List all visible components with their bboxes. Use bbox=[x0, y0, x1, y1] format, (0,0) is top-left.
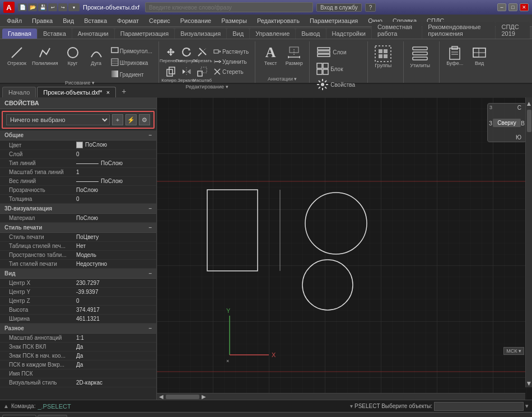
section-general[interactable]: Общие – bbox=[0, 130, 156, 140]
help-button[interactable]: ? bbox=[365, 3, 376, 12]
horizontal-scrollbar[interactable]: ◀ ▶ bbox=[157, 393, 525, 400]
tool-text[interactable]: A Текст bbox=[260, 44, 281, 67]
command-input[interactable] bbox=[73, 403, 347, 410]
tool-line[interactable]: Отрезок bbox=[6, 44, 28, 67]
scroll-right-button[interactable]: ▶ bbox=[202, 393, 206, 400]
qat-open[interactable]: 📂 bbox=[28, 3, 37, 11]
selection-settings-button[interactable]: ⚙ bbox=[139, 114, 150, 125]
menu-modify[interactable]: Редактировать bbox=[253, 16, 304, 25]
tool-circle[interactable]: Круг bbox=[62, 44, 83, 67]
compass-e: В bbox=[521, 120, 525, 126]
tool-gradient[interactable]: Градиент bbox=[109, 69, 154, 80]
scroll-up-button[interactable]: ▲ bbox=[526, 100, 532, 107]
tool-delete[interactable]: Стереть bbox=[212, 67, 250, 76]
tool-arc[interactable]: Дуга bbox=[86, 44, 107, 67]
tab-proxy-objects[interactable]: Прокси-объекты.dxf* × bbox=[37, 87, 116, 97]
tool-polyline[interactable]: Полилиния bbox=[30, 44, 60, 67]
prop-transparency: Прозрачность ПоСлою bbox=[0, 186, 156, 195]
service-login-button[interactable]: Вход в службу bbox=[316, 3, 362, 12]
svg-rect-3 bbox=[111, 59, 118, 65]
tab-insert[interactable]: Вставка bbox=[38, 29, 72, 39]
tool-properties[interactable]: Свойства bbox=[314, 77, 357, 92]
scroll-left-button[interactable]: ◀ bbox=[159, 393, 164, 400]
tab-viz[interactable]: Визуализация bbox=[175, 29, 226, 39]
cmd-expand-icon[interactable]: ▲ bbox=[3, 403, 9, 409]
tool-stretch[interactable]: Растянуть bbox=[212, 47, 250, 56]
menu-format[interactable]: Формат bbox=[113, 16, 143, 25]
cmd-dropdown-icon[interactable]: ▾ bbox=[525, 402, 529, 410]
tab-output[interactable]: Вывод bbox=[296, 29, 325, 39]
tool-hatch[interactable]: Штриховка bbox=[109, 58, 154, 68]
pselect-input[interactable] bbox=[434, 402, 524, 411]
menu-insert[interactable]: Вставка bbox=[80, 16, 111, 25]
properties-title: СВОЙСТВА bbox=[0, 97, 156, 109]
tool-rotate[interactable]: Повернуть bbox=[179, 46, 194, 64]
tool-layers[interactable]: Слои bbox=[314, 44, 348, 60]
ribbon-group-clipboard: Буфе... Вид bbox=[442, 41, 494, 83]
qat-new[interactable]: 📄 bbox=[18, 3, 27, 11]
tool-block[interactable]: Блок bbox=[314, 62, 344, 76]
add-to-selection-button[interactable]: + bbox=[112, 114, 123, 125]
close-button[interactable]: ✕ bbox=[520, 3, 529, 11]
navigation-cube[interactable]: С З В 3 Сверху Ю bbox=[487, 103, 526, 142]
menu-sizes[interactable]: Размеры bbox=[217, 16, 251, 25]
tab-layout1[interactable]: Лист1 bbox=[38, 415, 67, 417]
section-misc[interactable]: Разное – bbox=[0, 324, 156, 334]
menu-param[interactable]: Параметризация bbox=[305, 16, 362, 25]
tab-home[interactable]: Главная bbox=[2, 29, 37, 39]
menu-edit[interactable]: Правка bbox=[27, 16, 57, 25]
hscroll-thumb[interactable] bbox=[166, 395, 199, 399]
tool-extend[interactable]: Удлинить bbox=[212, 57, 250, 66]
section-3dviz[interactable]: 3D-визуализация – bbox=[0, 204, 156, 214]
section-view[interactable]: Вид – bbox=[0, 269, 156, 279]
tab-collab[interactable]: Совместная работа bbox=[372, 22, 422, 39]
nav-cube-top-button[interactable]: Сверху bbox=[493, 119, 520, 127]
qat-more[interactable]: ▾ bbox=[68, 3, 80, 11]
tool-clipboard[interactable]: Буфе... bbox=[444, 44, 465, 67]
section-print[interactable]: Стиль печати – bbox=[0, 223, 156, 233]
canvas-area[interactable]: X Y × С З В 3 Сверху Ю МСК ▾ ▲ ▼ ◀ ▶ bbox=[157, 97, 532, 400]
tab-addons[interactable]: Надстройки bbox=[326, 29, 371, 39]
tool-copy[interactable]: Копиро... bbox=[164, 65, 178, 84]
tool-groups[interactable]: Группы bbox=[372, 44, 394, 69]
tab-param[interactable]: Параметризация bbox=[115, 29, 174, 39]
cmd-chevron-icon[interactable]: ▾ bbox=[350, 403, 353, 409]
text-big-icon: A bbox=[263, 45, 278, 60]
menu-view[interactable]: Вид bbox=[58, 16, 78, 25]
tool-scale[interactable]: Масштаб bbox=[195, 65, 209, 84]
menu-service[interactable]: Сервис bbox=[144, 16, 175, 25]
tab-view[interactable]: Вид bbox=[227, 29, 249, 39]
qat-undo[interactable]: ↩ bbox=[48, 3, 57, 11]
minimize-button[interactable]: – bbox=[497, 3, 506, 11]
tab-manage[interactable]: Управление bbox=[250, 29, 295, 39]
new-layout-button[interactable]: + bbox=[68, 414, 81, 417]
qat-redo[interactable]: ↪ bbox=[58, 3, 67, 11]
tab-spds[interactable]: СПДС 2019 bbox=[496, 22, 530, 39]
svg-rect-38 bbox=[384, 54, 388, 58]
vertical-scrollbar[interactable]: ▲ ▼ bbox=[525, 97, 532, 387]
svg-rect-27 bbox=[318, 51, 330, 53]
tab-start[interactable]: Начало bbox=[2, 87, 36, 97]
scroll-down-button[interactable]: ▼ bbox=[526, 379, 532, 387]
tab-annotations[interactable]: Аннотации bbox=[72, 29, 114, 39]
tool-rect[interactable]: Прямоугол... bbox=[109, 46, 154, 57]
menu-file[interactable]: Файл bbox=[2, 16, 26, 25]
tab-apps[interactable]: Рекомендованные приложения bbox=[422, 22, 495, 39]
tool-mirror[interactable]: Зеркало bbox=[179, 65, 194, 84]
quick-select-button[interactable]: ⚡ bbox=[125, 114, 137, 125]
tool-dimension[interactable]: Размер bbox=[283, 44, 305, 67]
tool-trim[interactable]: Обрезать bbox=[195, 46, 209, 64]
scroll-thumb[interactable] bbox=[527, 110, 531, 132]
prop-height: Высота 374.4917 bbox=[0, 306, 156, 315]
menu-draw[interactable]: Рисование bbox=[176, 16, 216, 25]
new-tab-button[interactable]: + bbox=[117, 85, 130, 97]
maximize-button[interactable]: □ bbox=[508, 3, 517, 11]
tool-utilities[interactable]: Утилиты bbox=[408, 44, 432, 69]
search-input[interactable] bbox=[145, 2, 313, 12]
qat-save[interactable]: 💾 bbox=[38, 3, 47, 11]
tab-model[interactable]: Модель bbox=[2, 415, 36, 417]
tab-close-icon[interactable]: × bbox=[106, 89, 110, 96]
tool-view-ribbon[interactable]: Вид bbox=[469, 44, 490, 67]
stretch-icon bbox=[213, 48, 221, 55]
object-select-dropdown[interactable]: Ничего не выбрано bbox=[6, 114, 110, 125]
